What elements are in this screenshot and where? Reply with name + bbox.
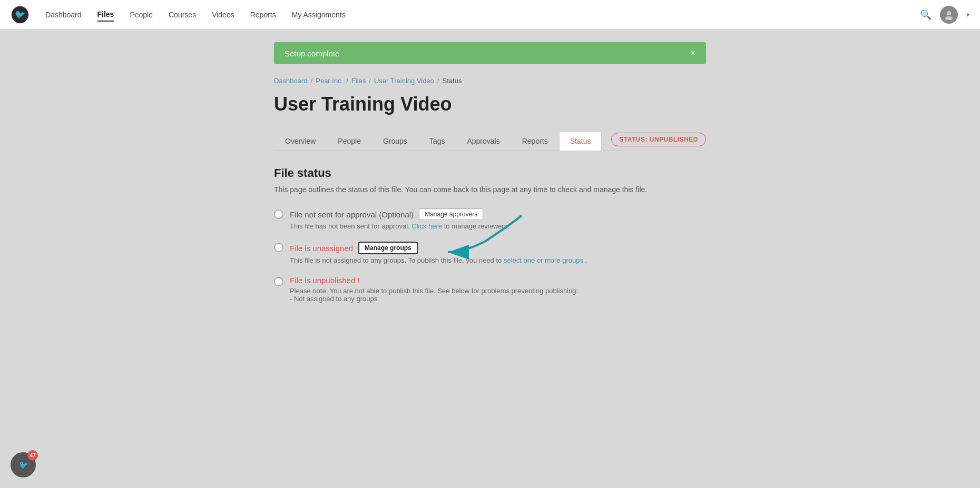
breadcrumb-sep-1: / [311,77,313,85]
setup-banner: Setup complete × [274,42,706,64]
file-status-title: File status [274,166,706,180]
page-title: User Training Video [274,93,706,115]
tab-status[interactable]: Status [559,131,602,151]
navbar-right: 🔍 ▾ [920,6,969,24]
tab-approvals[interactable]: Approvals [456,131,511,151]
assignment-sub: This file is not assigned to any groups.… [290,256,706,264]
file-status-desc: This page outlines the status of this fi… [274,185,706,194]
nav-my-assignments[interactable]: My Assignments [292,8,346,21]
svg-text:🐦: 🐦 [19,461,28,470]
approval-content: File not sent for approval (Optional) Ma… [290,208,706,230]
breadcrumb-files[interactable]: Files [351,77,366,85]
tab-overview[interactable]: Overview [274,131,327,151]
tab-tags[interactable]: Tags [418,131,456,151]
publish-sub-2: - Not assigned to any groups [290,295,706,303]
approval-sub-link[interactable]: Click here [411,222,442,230]
breadcrumb-video[interactable]: User Training Video [374,77,434,85]
nav-videos[interactable]: Videos [212,8,234,21]
nav-files[interactable]: Files [97,8,114,22]
assignment-radio [274,243,283,252]
nav-dashboard[interactable]: Dashboard [45,8,82,21]
main-content: Setup complete × Dashboard / Pear Inc. /… [253,29,727,351]
svg-point-3 [945,16,953,20]
manage-approvers-button[interactable]: Manage approvers [419,208,483,220]
approval-label: File not sent for approval (Optional) [290,210,414,219]
assignment-sub-suffix: . [585,256,587,264]
notification-badge[interactable]: 🐦 47 [11,452,36,477]
nav-reports[interactable]: Reports [250,8,276,21]
publish-status-item: File is unpublished ! Please note: You a… [274,276,706,303]
tab-groups[interactable]: Groups [372,131,418,151]
tabs-left: Overview People Groups Tags Approvals Re… [274,131,602,150]
assignment-sub-link[interactable]: select one or more groups [504,256,583,264]
approval-row: File not sent for approval (Optional) Ma… [290,208,706,220]
tabs-wrapper: Overview People Groups Tags Approvals Re… [274,131,706,151]
assignment-label: File is unassigned [290,244,353,253]
breadcrumb-sep-3: / [369,77,371,85]
navbar-links: Dashboard Files People Courses Videos Re… [45,8,920,22]
app-logo[interactable]: 🐦 [11,5,30,24]
file-status-section: File status This page outlines the statu… [274,151,706,330]
breadcrumb-current: Status [443,77,462,85]
status-badge: STATUS: UNPUBLISHED [611,133,706,146]
breadcrumb-dashboard[interactable]: Dashboard [274,77,308,85]
approval-sub-text: This file has not been sent for approval… [290,222,410,230]
breadcrumb-sep-4: / [437,77,439,85]
publish-radio [274,277,283,286]
approval-status-item: File not sent for approval (Optional) Ma… [274,208,706,230]
assignment-sub-prefix: This file is not assigned to any groups.… [290,256,502,264]
approval-sub-suffix: to manage reviewers. [444,222,509,230]
breadcrumb-pear[interactable]: Pear Inc. [316,77,343,85]
svg-text:🐦: 🐦 [15,9,26,20]
svg-point-2 [947,11,951,15]
tab-people[interactable]: People [327,131,372,151]
assignment-row: File is unassigned Manage groups [290,242,706,254]
publish-label: File is unpublished ! [290,276,360,285]
breadcrumb-sep-2: / [346,77,348,85]
tab-reports[interactable]: Reports [511,131,559,151]
avatar[interactable] [940,6,958,24]
notification-count: 47 [27,450,38,461]
assignment-status-item: File is unassigned Manage groups This fi… [274,242,706,264]
publish-content: File is unpublished ! Please note: You a… [290,276,706,303]
approval-sub: This file has not been sent for approval… [290,222,706,230]
navbar: 🐦 Dashboard Files People Courses Videos … [0,0,980,29]
setup-banner-message: Setup complete [285,49,339,58]
search-button[interactable]: 🔍 [920,9,932,21]
assignment-content: File is unassigned Manage groups This fi… [290,242,706,264]
publish-row: File is unpublished ! [290,276,706,285]
nav-people[interactable]: People [130,8,153,21]
publish-sub-1: Please note: You are not able to publish… [290,287,706,295]
nav-courses[interactable]: Courses [169,8,196,21]
setup-banner-close[interactable]: × [690,48,695,58]
user-dropdown-arrow[interactable]: ▾ [966,11,969,18]
manage-groups-button[interactable]: Manage groups [358,242,418,254]
approval-radio [274,210,283,219]
breadcrumb: Dashboard / Pear Inc. / Files / User Tra… [274,77,706,85]
